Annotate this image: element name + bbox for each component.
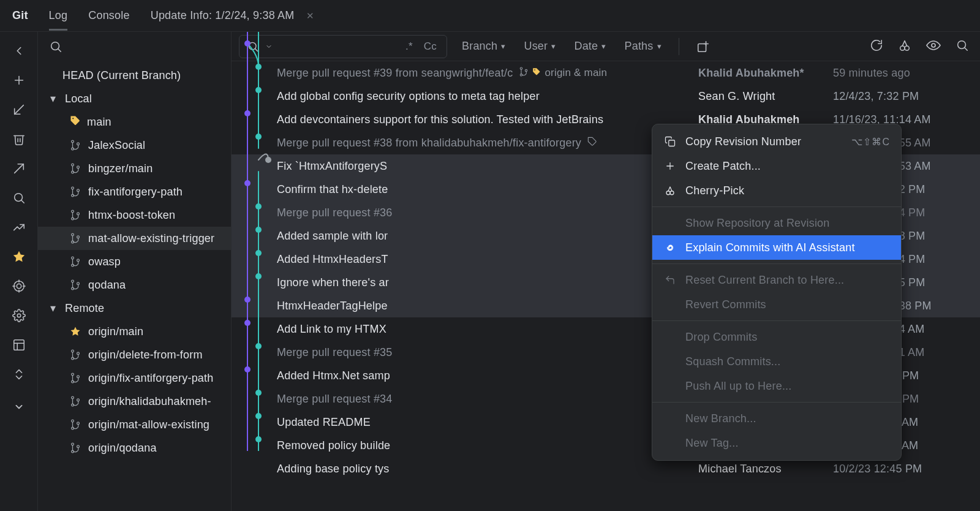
graph-cell [239, 178, 277, 201]
search-icon[interactable] [952, 39, 973, 52]
trash-icon[interactable] [7, 127, 31, 151]
tab-console[interactable]: Console [88, 9, 129, 22]
branch-icon [70, 163, 82, 174]
menu-separator [652, 402, 901, 403]
commit-message: Merge pull request #35 [277, 346, 698, 359]
menu-item-copy-revision-number[interactable]: Copy Revision Number⌥⇧⌘C [652, 129, 901, 154]
menu-item-explain-commits-with-ai-assistant[interactable]: Explain Commits with AI Assistant [652, 235, 901, 260]
commit-row[interactable]: Add global config security options to me… [232, 85, 980, 108]
branch-label: owasp [88, 255, 121, 268]
commit-message: Confirm that hx-delete [277, 183, 698, 196]
menu-label: Explain Commits with AI Assistant [685, 241, 890, 254]
commit-author: Michael Tanczos [698, 463, 833, 475]
filter-user[interactable]: User▾ [520, 40, 559, 53]
menu-item-new-branch: New Branch... [652, 406, 901, 431]
back-icon[interactable] [7, 39, 31, 62]
svg-rect-61 [698, 44, 706, 51]
ref-tag: origin & main [519, 67, 607, 80]
chevron-down-icon[interactable] [265, 43, 273, 50]
graph-cell [239, 154, 277, 178]
chevron-down-icon: ▾ [50, 92, 59, 105]
branch-origin-fix-antiforgery-path[interactable]: origin/fix-antiforgery-path [38, 366, 231, 390]
branch-origin-delete-from-form[interactable]: origin/delete-from-form [38, 343, 231, 366]
log-search-input[interactable]: .* Cc [239, 35, 447, 58]
search-icon[interactable] [7, 186, 31, 210]
filter-paths[interactable]: Paths▾ [620, 40, 665, 53]
tag-outline-icon [587, 137, 597, 150]
svg-line-68 [965, 48, 967, 50]
regex-toggle[interactable]: .* [403, 40, 415, 53]
branch-origin-qodana[interactable]: origin/qodana [38, 436, 231, 460]
branch-fix-antiforgery-path[interactable]: fix-antiforgery-path [38, 180, 231, 203]
commit-message: Fix `HtmxAntiforgeryS [277, 160, 698, 173]
graph-cell [239, 434, 277, 457]
head-branch[interactable]: HEAD (Current Branch) [38, 64, 231, 87]
refresh-icon[interactable] [866, 39, 887, 52]
cherry-icon[interactable] [894, 39, 915, 52]
branch-label: bingzer/main [88, 162, 153, 175]
filter-date[interactable]: Date▾ [570, 40, 609, 53]
tab-log[interactable]: Log [49, 9, 68, 22]
tag-icon [70, 115, 81, 129]
section-local[interactable]: ▾Local [38, 87, 231, 110]
incoming-icon[interactable] [7, 98, 31, 121]
tab-git[interactable]: Git [12, 9, 28, 22]
menu-label: Drop Commits [685, 331, 890, 344]
graph-cell [239, 201, 277, 224]
toolbar-right [866, 38, 973, 53]
new-tab-icon[interactable] [693, 40, 714, 53]
graph-cell [239, 364, 277, 387]
branch-origin-khalidabuhakmeh-[interactable]: origin/khalidabuhakmeh- [38, 390, 231, 413]
graph-cell [239, 317, 277, 341]
branch-icon [70, 373, 82, 384]
branch-origin-main[interactable]: origin/main [38, 320, 231, 343]
branch-owasp[interactable]: owasp [38, 250, 231, 273]
branch-label: htmx-boost-token [88, 209, 175, 222]
graph-cell [239, 131, 277, 154]
menu-item-cherry-pick[interactable]: Cherry-Pick [652, 178, 901, 203]
menu-item-squash-commits: Squash Commits... [652, 349, 901, 374]
branch-sidebar: HEAD (Current Branch)▾LocalmainJalexSoci… [38, 32, 232, 511]
svg-point-6 [14, 194, 22, 202]
branch-jalexsocial[interactable]: JalexSocial [38, 134, 231, 157]
commit-row[interactable]: Merge pull request #39 from seangwright/… [232, 61, 980, 85]
star-icon[interactable] [7, 245, 31, 268]
commit-message: Added Htmx.Net samp [277, 369, 698, 382]
section-remote[interactable]: ▾Remote [38, 297, 231, 320]
graph-icon[interactable] [7, 216, 31, 239]
commit-message: Added HtmxHeadersT [277, 253, 698, 266]
graph-cell [239, 248, 277, 271]
add-icon[interactable] [7, 69, 31, 92]
cherry-icon [663, 185, 677, 196]
sidebar-search[interactable] [38, 32, 231, 61]
branch-main[interactable]: main [38, 110, 231, 134]
branch-icon [70, 442, 82, 453]
undo-icon [663, 274, 677, 286]
menu-separator [652, 206, 901, 207]
branch-origin-mat-allow-existing[interactable]: origin/mat-allow-existing [38, 413, 231, 436]
commit-message: Removed policy builde [277, 439, 698, 452]
branch-htmx-boost-token[interactable]: htmx-boost-token [38, 203, 231, 227]
svg-line-60 [255, 48, 258, 51]
plus-icon [663, 161, 677, 172]
branch-mat-allow-existing-trigger[interactable]: mat-allow-existing-trigger [38, 227, 231, 250]
commit-message: Merge pull request #39 from seangwright/… [277, 67, 698, 80]
close-icon[interactable]: ✕ [306, 10, 314, 21]
settings-icon[interactable] [7, 304, 31, 327]
filter-branch[interactable]: Branch▾ [458, 40, 509, 53]
layout-icon[interactable] [7, 333, 31, 357]
collapse-icon[interactable] [7, 392, 31, 415]
match-case-toggle[interactable]: Cc [421, 40, 439, 53]
tab-update-info[interactable]: Update Info: 1/2/24, 9:38 AM ✕ [151, 9, 315, 22]
svg-line-7 [21, 200, 24, 203]
outgoing-icon[interactable] [7, 157, 31, 180]
menu-label: New Tag... [685, 437, 890, 450]
target-icon[interactable] [7, 274, 31, 298]
svg-point-65 [905, 46, 909, 50]
branch-qodana[interactable]: qodana [38, 273, 231, 297]
menu-item-create-patch[interactable]: Create Patch... [652, 154, 901, 178]
eye-icon[interactable] [922, 38, 944, 53]
expand-icon[interactable] [7, 363, 31, 386]
branch-bingzer-main[interactable]: bingzer/main [38, 157, 231, 180]
menu-separator [652, 320, 901, 321]
